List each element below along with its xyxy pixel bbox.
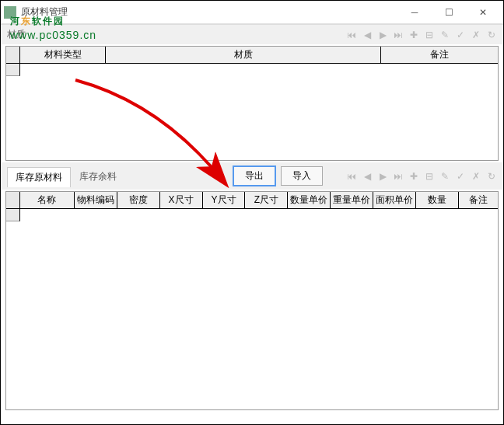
col-remark2[interactable]: 备注 [459, 192, 498, 208]
import-button[interactable]: 导入 [281, 166, 323, 186]
col-material[interactable]: 材质 [106, 47, 381, 63]
col-qty-price[interactable]: 数量单价 [288, 192, 331, 208]
nav-prev-icon[interactable]: ◀ [362, 171, 373, 182]
titlebar: 原材料管理 ─ ☐ ✕ [1, 1, 503, 24]
bottom-grid: 名称 物料编码 密度 X尺寸 Y尺寸 Z尺寸 数量单价 重量单价 面积单价 数量… [5, 191, 499, 410]
col-x[interactable]: X尺寸 [160, 192, 203, 208]
nav-del-icon[interactable]: ⊟ [424, 30, 435, 40]
nav-refresh-icon[interactable]: ↻ [486, 30, 497, 40]
nav-edit-icon[interactable]: ✎ [439, 171, 450, 182]
col-name[interactable]: 名称 [20, 192, 75, 208]
col-qty[interactable]: 数量 [416, 192, 459, 208]
tab-stock-remain[interactable]: 库存余料 [71, 166, 125, 187]
nav-cancel-icon[interactable]: ✗ [471, 30, 481, 40]
tab-stock-raw[interactable]: 库存原材料 [7, 167, 71, 187]
nav-next-icon[interactable]: ▶ [377, 171, 388, 182]
nav-edit-icon[interactable]: ✎ [439, 30, 450, 40]
nav-ok-icon[interactable]: ✓ [455, 30, 466, 40]
table-row[interactable] [6, 64, 498, 76]
col-density[interactable]: 密度 [117, 192, 160, 208]
nav-cancel-icon[interactable]: ✗ [471, 171, 481, 182]
grid-corner [6, 47, 20, 63]
close-button[interactable]: ✕ [466, 2, 500, 23]
bottom-grid-header: 名称 物料编码 密度 X尺寸 Y尺寸 Z尺寸 数量单价 重量单价 面积单价 数量… [6, 192, 498, 209]
nav-last-icon[interactable]: ⏭ [393, 30, 404, 40]
nav-ok-icon[interactable]: ✓ [455, 171, 466, 182]
nav-next-icon[interactable]: ▶ [377, 30, 388, 40]
nav-first-icon[interactable]: ⏮ [346, 171, 357, 182]
grid-corner [6, 192, 20, 208]
col-weight-price[interactable]: 重量单价 [331, 192, 373, 208]
nav-add-icon[interactable]: ✚ [408, 171, 419, 182]
col-remark[interactable]: 备注 [381, 47, 498, 63]
maximize-button[interactable]: ☐ [432, 2, 466, 23]
nav-del-icon[interactable]: ⊟ [424, 171, 435, 182]
bottom-nav-icons: ⏮ ◀ ▶ ⏭ ✚ ⊟ ✎ ✓ ✗ ↻ [346, 171, 497, 182]
nav-prev-icon[interactable]: ◀ [362, 30, 373, 40]
row-handle [6, 64, 20, 76]
mid-toolbar: 库存原材料 库存余料 导出 导入 ⏮ ◀ ▶ ⏭ ✚ ⊟ ✎ ✓ ✗ ↻ [1, 162, 503, 190]
top-grid-header: 材料类型 材质 备注 [6, 47, 498, 64]
top-toolbar: 材质 ⏮ ◀ ▶ ⏭ ✚ ⊟ ✎ ✓ ✗ ↻ [1, 24, 503, 44]
top-grid: 材料类型 材质 备注 [5, 46, 499, 161]
table-row[interactable] [6, 209, 498, 221]
col-z[interactable]: Z尺寸 [245, 192, 288, 208]
minimize-button[interactable]: ─ [397, 2, 432, 23]
col-area-price[interactable]: 面积单价 [373, 192, 416, 208]
col-y[interactable]: Y尺寸 [203, 192, 246, 208]
nav-add-icon[interactable]: ✚ [408, 30, 419, 40]
nav-last-icon[interactable]: ⏭ [393, 171, 404, 182]
col-material-type[interactable]: 材料类型 [20, 47, 106, 63]
section-label-material: 材质 [7, 28, 26, 41]
nav-refresh-icon[interactable]: ↻ [486, 171, 497, 182]
row-handle [6, 209, 20, 221]
nav-first-icon[interactable]: ⏮ [346, 30, 357, 40]
col-code[interactable]: 物料编码 [75, 192, 117, 208]
export-button[interactable]: 导出 [233, 165, 276, 186]
top-nav-icons: ⏮ ◀ ▶ ⏭ ✚ ⊟ ✎ ✓ ✗ ↻ [346, 30, 497, 40]
window-title: 原材料管理 [21, 5, 397, 19]
app-icon [4, 6, 16, 19]
